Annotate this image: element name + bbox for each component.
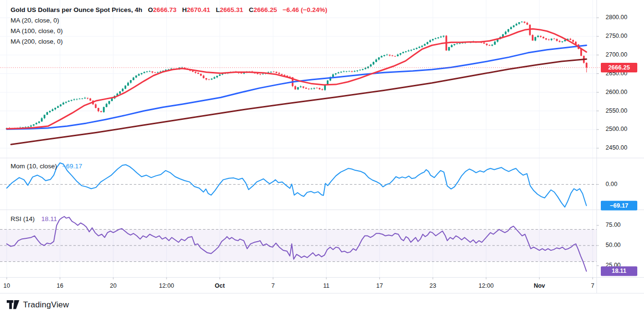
- time-tick-label: 12:00: [478, 282, 493, 289]
- low-label: L: [216, 6, 220, 13]
- price-tick-label: 2550.00: [606, 107, 627, 114]
- momentum-line: [7, 163, 586, 207]
- time-tick-label: Nov: [534, 282, 545, 289]
- time-tick-label: 16: [57, 282, 63, 289]
- rsi-pane: [0, 217, 596, 271]
- time-tick-label: 7: [591, 282, 595, 289]
- ma200-line: [11, 59, 586, 144]
- momentum-value-badge: −69.17: [601, 201, 637, 211]
- chart-canvas[interactable]: 2800.002750.002700.002650.002600.002550.…: [0, 0, 644, 316]
- change-value: −6.46 (−0.24%): [283, 6, 327, 13]
- close-value: 2666.25: [253, 6, 277, 13]
- tradingview-brand-text: TradingView: [23, 300, 69, 310]
- symbol-title: Gold US Dollars per Ounce Spot Prices, 4…: [11, 6, 143, 13]
- time-tick-label: 11: [323, 282, 330, 289]
- momentum-value: −69.17: [62, 163, 83, 170]
- time-axis[interactable]: 10162012:00Oct711172312:00Nov7: [3, 278, 594, 290]
- rsi-label: RSI (14): [11, 215, 35, 222]
- time-tick-label: 10: [3, 282, 10, 289]
- time-tick-label: 20: [110, 282, 117, 289]
- high-label: H: [182, 6, 187, 13]
- svg-text:2666.25: 2666.25: [608, 64, 630, 71]
- ma100-line: [7, 46, 586, 129]
- svg-text:18.11: 18.11: [612, 268, 627, 274]
- price-tick-label: 2450.00: [606, 144, 627, 151]
- close-label: C: [249, 6, 254, 13]
- open-value: 2666.73: [153, 6, 177, 13]
- symbol-title-row[interactable]: Gold US Dollars per Ounce Spot Prices, 4…: [11, 5, 327, 15]
- time-tick-label: Oct: [215, 282, 226, 289]
- rsi-value-badge: 18.11: [601, 267, 637, 276]
- price-tick-label: 2750.00: [606, 33, 627, 39]
- price-tick-label: 2600.00: [606, 89, 627, 95]
- open-label: O: [148, 6, 153, 13]
- ma100-legend-row[interactable]: MA (100, close, 0): [11, 26, 327, 36]
- time-tick-label: 17: [376, 282, 383, 289]
- tradingview-attribution[interactable]: TradingView: [7, 300, 69, 310]
- momentum-label: Mom (10, close): [11, 163, 57, 170]
- ma200-legend-row[interactable]: MA (200, close, 0): [11, 36, 327, 47]
- price-axis[interactable]: 2800.002750.002700.002650.002600.002550.…: [596, 14, 627, 269]
- time-tick-label: 7: [272, 282, 275, 289]
- svg-text:−69.17: −69.17: [610, 202, 629, 209]
- time-tick-label: 12:00: [159, 282, 174, 289]
- rsi-tick-label: 75.00: [606, 222, 620, 228]
- rsi-value: 18.11: [41, 215, 57, 222]
- time-tick-label: 23: [429, 282, 436, 289]
- main-legend[interactable]: Gold US Dollars per Ounce Spot Prices, 4…: [11, 5, 327, 47]
- rsi-legend[interactable]: RSI (14) 18.11: [11, 214, 57, 224]
- momentum-legend[interactable]: Mom (10, close) −69.17: [11, 161, 82, 172]
- momentum-pane: [0, 163, 596, 207]
- price-tick-label: 2500.00: [606, 126, 627, 132]
- high-value: 2670.41: [187, 6, 210, 13]
- tradingview-logo-icon: [7, 300, 20, 310]
- price-tick-label: 2700.00: [606, 51, 627, 58]
- last-price-badge: 2666.25: [601, 63, 637, 72]
- momentum-zero-tick-label: 0.00: [606, 181, 617, 187]
- price-tick-label: 2800.00: [606, 14, 627, 21]
- low-value: 2665.31: [220, 6, 243, 13]
- ma20-legend-row[interactable]: MA (20, close, 0): [11, 15, 327, 26]
- rsi-tick-label: 50.00: [606, 242, 620, 248]
- tradingview-chart-widget: 2800.002750.002700.002650.002600.002550.…: [0, 0, 644, 316]
